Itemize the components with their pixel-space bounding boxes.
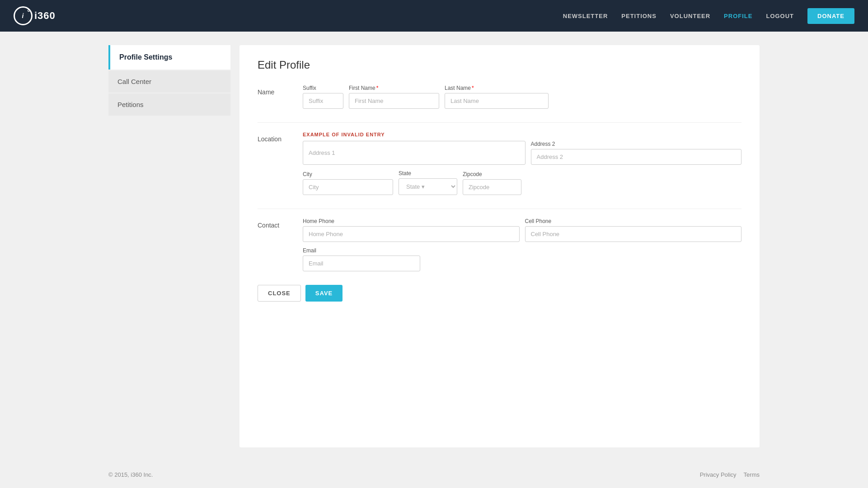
suffix-input[interactable] (303, 93, 343, 109)
address2-label: Address 2 (531, 141, 742, 147)
address2-input[interactable] (531, 149, 742, 165)
lastname-required-star: * (472, 85, 474, 91)
footer-copyright: © 2015, i360 Inc. (108, 471, 153, 478)
homephone-label: Home Phone (303, 218, 520, 224)
firstname-group: First Name* (349, 85, 439, 109)
lastname-input[interactable] (445, 93, 549, 109)
email-group: Email (303, 247, 741, 271)
lastname-label: Last Name* (445, 85, 549, 91)
location-divider (258, 209, 741, 209)
footer-links: Privacy Policy Terms (700, 471, 760, 478)
sidebar: Profile Settings Call Center Petitions (108, 45, 230, 447)
name-fields: Suffix First Name* Last Name* (303, 85, 741, 109)
firstname-required-star: * (376, 85, 379, 91)
page-title: Edit Profile (258, 59, 741, 71)
logo-icon: i (14, 6, 33, 25)
cellphone-label: Cell Phone (525, 218, 742, 224)
zipcode-input[interactable] (463, 179, 521, 195)
location-section: Location EXAMPLE OF INVALID ENTRY Addres… (258, 132, 741, 195)
zipcode-label: Zipcode (463, 171, 521, 177)
nav-volunteer[interactable]: VOLUNTEER (670, 13, 710, 19)
footer-terms[interactable]: Terms (744, 471, 760, 478)
location-fields: EXAMPLE OF INVALID ENTRY Address 2 City … (303, 132, 741, 195)
contact-fields: Home Phone Cell Phone Email (303, 218, 741, 271)
name-section-label: Name (258, 85, 294, 109)
contact-section: Contact Home Phone Cell Phone Email (258, 218, 741, 271)
main-container: Profile Settings Call Center Petitions E… (0, 32, 868, 461)
zipcode-group: Zipcode (463, 171, 521, 195)
invalid-entry-message: EXAMPLE OF INVALID ENTRY (303, 132, 741, 137)
location-section-label: Location (258, 132, 294, 195)
city-state-zip-row: City State State ▾ AL AK CA FL NY TX (303, 170, 741, 195)
edit-profile-panel: Edit Profile Name Suffix First Name* (239, 45, 760, 447)
state-group: State State ▾ AL AK CA FL NY TX (399, 170, 457, 195)
homephone-group: Home Phone (303, 218, 520, 242)
phone-row: Home Phone Cell Phone (303, 218, 741, 242)
sidebar-item-call-center[interactable]: Call Center (108, 70, 230, 93)
nav-petitions[interactable]: PETITIONS (621, 13, 657, 19)
city-input[interactable] (303, 179, 393, 195)
logo-text: i360 (34, 10, 56, 22)
homephone-input[interactable] (303, 226, 520, 242)
firstname-input[interactable] (349, 93, 439, 109)
nav-logout[interactable]: LOGOUT (766, 13, 794, 19)
footer: © 2015, i360 Inc. Privacy Policy Terms (0, 461, 868, 488)
header: i i360 NEWSLETTER PETITIONS VOLUNTEER PR… (0, 0, 868, 32)
contact-section-label: Contact (258, 218, 294, 271)
main-nav: NEWSLETTER PETITIONS VOLUNTEER PROFILE L… (563, 8, 854, 24)
close-button[interactable]: CLOSE (258, 285, 301, 302)
lastname-group: Last Name* (445, 85, 549, 109)
donate-button[interactable]: DONATE (807, 8, 854, 24)
name-row: Suffix First Name* Last Name* (303, 85, 741, 109)
state-select[interactable]: State ▾ AL AK CA FL NY TX (399, 178, 457, 195)
address2-group: Address 2 (531, 141, 742, 165)
cellphone-group: Cell Phone (525, 218, 742, 242)
sidebar-item-petitions[interactable]: Petitions (108, 93, 230, 116)
cellphone-input[interactable] (525, 226, 742, 242)
suffix-label: Suffix (303, 85, 343, 91)
sidebar-item-profile-settings[interactable]: Profile Settings (108, 45, 230, 70)
state-label: State (399, 170, 457, 177)
address-row: Address 2 (303, 141, 741, 165)
email-input[interactable] (303, 256, 420, 271)
city-label: City (303, 171, 393, 177)
city-group: City (303, 171, 393, 195)
address1-input[interactable] (303, 141, 525, 165)
save-button[interactable]: SAVE (305, 285, 343, 302)
email-label: Email (303, 247, 741, 254)
footer-privacy-policy[interactable]: Privacy Policy (700, 471, 737, 478)
logo: i i360 (14, 6, 56, 25)
name-divider (258, 122, 741, 123)
button-row: CLOSE SAVE (258, 285, 741, 302)
firstname-label: First Name* (349, 85, 439, 91)
suffix-group: Suffix (303, 85, 343, 109)
name-section: Name Suffix First Name* (258, 85, 741, 109)
nav-newsletter[interactable]: NEWSLETTER (563, 13, 608, 19)
nav-profile[interactable]: PROFILE (724, 13, 752, 19)
